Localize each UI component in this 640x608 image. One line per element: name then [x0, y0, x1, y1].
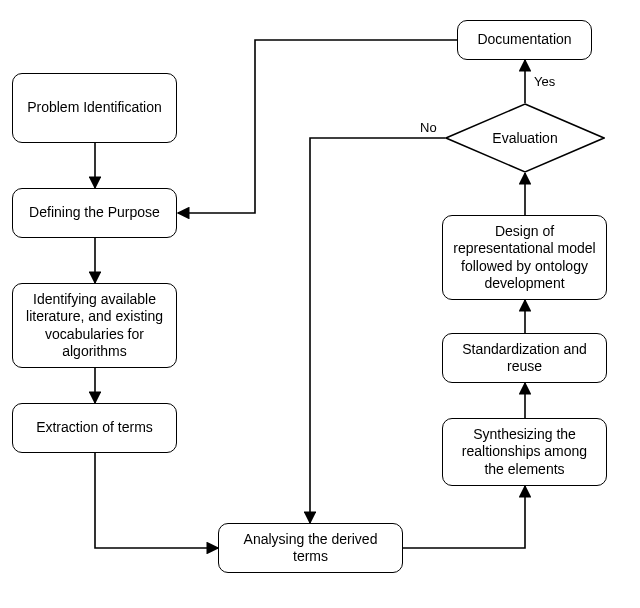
node-label: Identifying available literature, and ex…: [21, 291, 168, 361]
node-documentation: Documentation: [457, 20, 592, 60]
node-problem-identification: Problem Identification: [12, 73, 177, 143]
node-label: Extraction of terms: [36, 419, 153, 437]
node-synthesizing-relationships: Synthesizing the realtionships among the…: [442, 418, 607, 486]
node-label: Problem Identification: [27, 99, 162, 117]
node-label: Design of representational model followe…: [451, 223, 598, 293]
node-label: Documentation: [477, 31, 571, 49]
node-defining-purpose: Defining the Purpose: [12, 188, 177, 238]
node-evaluation: Evaluation: [445, 103, 605, 173]
node-standardization-reuse: Standardization and reuse: [442, 333, 607, 383]
node-label: Evaluation: [492, 130, 557, 146]
node-label: Defining the Purpose: [29, 204, 160, 222]
edge-label-yes: Yes: [532, 74, 557, 89]
node-label: Standardization and reuse: [451, 341, 598, 376]
node-identifying-literature: Identifying available literature, and ex…: [12, 283, 177, 368]
node-analysing-terms: Analysing the derived terms: [218, 523, 403, 573]
node-extraction-of-terms: Extraction of terms: [12, 403, 177, 453]
node-design-model: Design of representational model followe…: [442, 215, 607, 300]
flowchart: Problem Identification Defining the Purp…: [0, 0, 640, 608]
edge-label-text: Yes: [534, 74, 555, 89]
edge-label-no: No: [418, 120, 439, 135]
node-label: Analysing the derived terms: [227, 531, 394, 566]
edge-label-text: No: [420, 120, 437, 135]
node-label: Synthesizing the realtionships among the…: [451, 426, 598, 479]
